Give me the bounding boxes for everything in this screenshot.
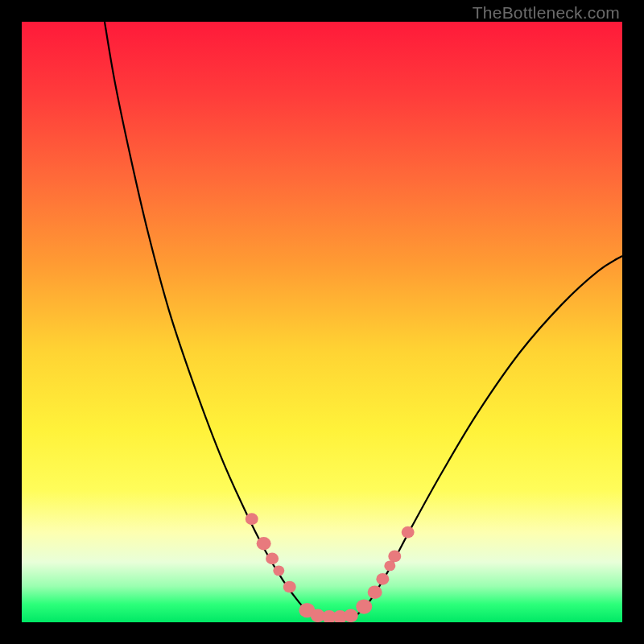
highlight-dot (283, 581, 296, 593)
chart-stage: TheBottleneck.com (0, 0, 644, 644)
highlight-dot (402, 526, 415, 539)
highlight-dot (273, 565, 284, 576)
watermark-text: TheBottleneck.com (473, 3, 620, 23)
highlight-dot (368, 585, 382, 599)
left-curve (105, 22, 312, 615)
highlight-dot (376, 573, 389, 585)
highlight-dot (344, 609, 358, 622)
highlight-dots (246, 513, 415, 622)
highlight-dot (384, 560, 395, 571)
highlight-dot (266, 553, 279, 565)
highlight-dot (388, 551, 401, 563)
chart-svg (22, 22, 622, 622)
highlight-dot (257, 537, 271, 551)
highlight-dot (356, 599, 372, 613)
highlight-dot (246, 513, 258, 525)
plot-area (22, 22, 622, 622)
